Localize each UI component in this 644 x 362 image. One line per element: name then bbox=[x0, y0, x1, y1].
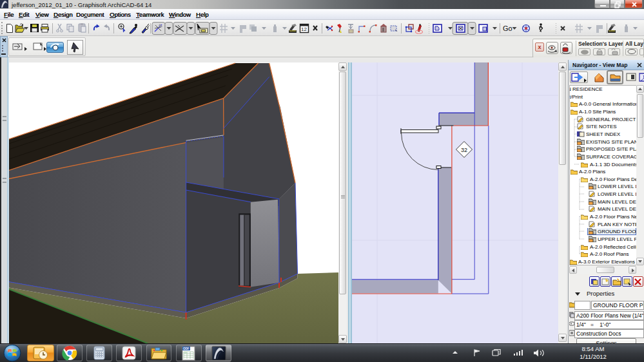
svg-text:12: 12 bbox=[301, 26, 307, 32]
svg-text:Go: Go bbox=[503, 24, 512, 32]
svg-text:ODF: ODF bbox=[183, 347, 190, 350]
svg-text:32: 32 bbox=[461, 147, 467, 153]
